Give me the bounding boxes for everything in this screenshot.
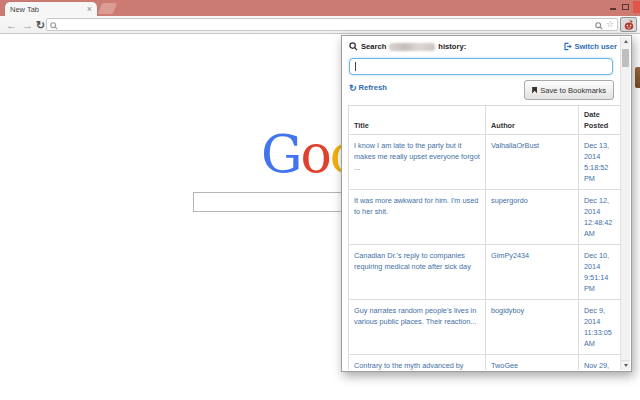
search-label-prefix: Search [361, 42, 386, 51]
redacted-username [389, 43, 435, 51]
cell-title[interactable]: It was more awkward for him. I'm used to… [349, 190, 486, 245]
forward-icon[interactable]: → [22, 17, 33, 33]
zoom-icon[interactable] [595, 16, 603, 34]
restore-button[interactable] [622, 4, 629, 10]
tab-close-icon[interactable]: × [87, 5, 92, 13]
browser-tab[interactable]: New Tab × [5, 2, 97, 16]
close-window-button[interactable] [633, 1, 640, 13]
cell-date: Dec 13, 2014 5:18:52 PM [579, 135, 621, 190]
bookmark-star-icon[interactable]: ☆ [606, 20, 614, 29]
extension-button[interactable] [620, 17, 637, 32]
reload-icon[interactable]: ↻ [36, 17, 45, 33]
scrollbar-thumb[interactable] [622, 49, 629, 67]
table-row[interactable]: Contrary to the myth advanced by TwoGee … [349, 355, 621, 371]
logo-letter: G [261, 124, 301, 184]
scroll-up-button[interactable] [621, 37, 630, 46]
history-search-input[interactable] [349, 58, 613, 75]
minimize-button[interactable] [610, 8, 616, 10]
search-label-suffix: history: [438, 42, 466, 51]
cell-author[interactable]: TwoGee [486, 355, 579, 371]
switch-user-icon [563, 42, 572, 51]
cell-date: Dec 9, 2014 11:33:05 AM [579, 300, 621, 355]
cell-date: Dec 10, 2014 9:51:14 PM [579, 245, 621, 300]
cell-author[interactable]: bogidyboy [486, 300, 579, 355]
titlebar: New Tab × [0, 0, 640, 16]
cell-date: Dec 12, 2014 12:48:42 AM [579, 190, 621, 245]
popup-search-label: Search history: [349, 42, 466, 51]
extension-popup: Search history: Switch user ↻ Refresh Sa… [341, 35, 632, 372]
column-header-title: Title [349, 106, 486, 135]
refresh-link[interactable]: ↻ Refresh [349, 83, 387, 92]
cell-author[interactable]: supergordo [486, 190, 579, 245]
table-row[interactable]: Canadian Dr.'s reply to companies requir… [349, 245, 621, 300]
cell-title[interactable]: Canadian Dr.'s reply to companies requir… [349, 245, 486, 300]
history-table-container: Title Author Date Posted I know I am lat… [348, 105, 620, 370]
column-header-author: Author [486, 106, 579, 135]
popup-scrollbar[interactable] [620, 37, 630, 370]
browser-window: New Tab × ← → ↻ ☆ [0, 0, 640, 400]
omnibox-search-icon [50, 16, 58, 34]
history-table: Title Author Date Posted I know I am lat… [348, 105, 620, 370]
table-header-row: Title Author Date Posted [349, 106, 621, 135]
column-header-date: Date Posted [579, 106, 621, 135]
search-icon [349, 42, 358, 51]
table-row[interactable]: It was more awkward for him. I'm used to… [349, 190, 621, 245]
refresh-icon: ↻ [349, 84, 357, 92]
tab-title: New Tab [10, 5, 87, 14]
reddit-snoo-icon [623, 19, 635, 31]
triangle-up-icon [624, 40, 628, 43]
table-row[interactable]: I know I am late to the party but it mak… [349, 135, 621, 190]
triangle-down-icon [624, 364, 628, 367]
omnibox[interactable]: ☆ [46, 18, 618, 31]
scroll-down-button[interactable] [621, 360, 630, 370]
back-icon[interactable]: ← [6, 17, 17, 33]
save-to-bookmarks-button[interactable]: Save to Bookmarks [524, 80, 614, 100]
page-edge-artifact [635, 67, 640, 88]
cell-author[interactable]: GimPy2434 [486, 245, 579, 300]
cell-title[interactable]: I know I am late to the party but it mak… [349, 135, 486, 190]
cell-title[interactable]: Contrary to the myth advanced by [349, 355, 486, 371]
table-row[interactable]: Guy narrates random people's lives in va… [349, 300, 621, 355]
bookmark-icon [532, 87, 537, 94]
new-tab-button[interactable] [98, 3, 117, 14]
cell-author[interactable]: ValhallaOrBust [486, 135, 579, 190]
logo-letter: o [301, 124, 330, 184]
text-caret [355, 62, 356, 71]
switch-user-link[interactable]: Switch user [563, 42, 617, 51]
toolbar: ← → ↻ ☆ [0, 16, 640, 34]
cell-title[interactable]: Guy narrates random people's lives in va… [349, 300, 486, 355]
cell-date: Nov 29, [579, 355, 621, 371]
